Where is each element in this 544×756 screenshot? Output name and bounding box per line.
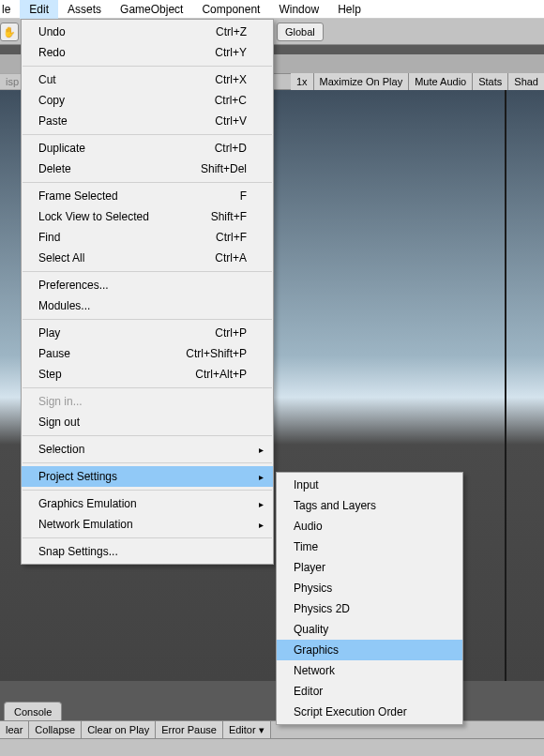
edit-menu-item-step[interactable]: StepCtrl+Alt+P xyxy=(22,364,273,385)
shading-dropdown[interactable]: Shad xyxy=(508,73,544,90)
console-tab[interactable]: Console xyxy=(4,702,62,720)
project-settings-item-time[interactable]: Time xyxy=(277,537,462,557)
edit-menu-item-label: Duplicate xyxy=(38,142,177,155)
edit-menu-item-label: Find xyxy=(38,231,178,244)
edit-menu-item-selection[interactable]: Selection▸ xyxy=(22,439,273,460)
edit-menu-item-separator xyxy=(23,435,272,436)
edit-menu-item-label: Project Settings xyxy=(38,470,247,483)
project-settings-item-script-execution-order[interactable]: Script Execution Order xyxy=(277,702,462,722)
edit-menu-item-modules[interactable]: Modules... xyxy=(22,295,273,316)
project-settings-item-player[interactable]: Player xyxy=(277,557,462,578)
edit-menu-item-separator xyxy=(23,490,272,491)
menubar-item-gameobject[interactable]: GameObject xyxy=(111,0,192,19)
menubar-item-component[interactable]: Component xyxy=(192,0,269,19)
menubar-item-help[interactable]: Help xyxy=(328,0,370,19)
gizmo-global-toggle[interactable]: Global xyxy=(277,23,324,41)
edit-menu-item-select-all[interactable]: Select AllCtrl+A xyxy=(22,248,273,268)
project-settings-item-quality[interactable]: Quality xyxy=(277,619,462,640)
project-settings-item-label: Player xyxy=(294,561,436,574)
mute-audio-button[interactable]: Mute Audio xyxy=(409,73,473,90)
edit-menu-item-shortcut: Ctrl+A xyxy=(215,251,247,265)
edit-menu-item-duplicate[interactable]: DuplicateCtrl+D xyxy=(22,138,273,159)
project-settings-item-physics-2d[interactable]: Physics 2D xyxy=(277,598,462,619)
project-settings-item-label: Tags and Layers xyxy=(294,499,436,512)
edit-menu-item-label: Graphics Emulation xyxy=(38,497,247,510)
edit-menu-item-separator xyxy=(23,134,272,135)
project-settings-item-editor[interactable]: Editor xyxy=(277,681,462,702)
maximize-on-play-button[interactable]: Maximize On Play xyxy=(314,73,410,90)
viewport-divider[interactable] xyxy=(505,90,506,681)
edit-menu-item-shortcut: Ctrl+C xyxy=(215,94,247,107)
console-btn-error-pause[interactable]: Error Pause xyxy=(156,721,223,738)
edit-menu-item-sign-out[interactable]: Sign out xyxy=(22,412,273,432)
edit-menu-item-copy[interactable]: CopyCtrl+C xyxy=(22,90,273,111)
edit-menu-item-find[interactable]: FindCtrl+F xyxy=(22,227,273,248)
submenu-arrow-icon: ▸ xyxy=(259,472,264,482)
edit-menu-item-undo[interactable]: UndoCtrl+Z xyxy=(22,22,273,42)
edit-menu-item-label: Preferences... xyxy=(38,279,247,292)
edit-menu-item-paste[interactable]: PasteCtrl+V xyxy=(22,111,273,131)
submenu-arrow-icon: ▸ xyxy=(259,445,264,455)
project-settings-item-label: Network xyxy=(294,664,436,677)
edit-menu-item-cut[interactable]: CutCtrl+X xyxy=(22,69,273,90)
console-btn-lear[interactable]: lear xyxy=(0,721,29,738)
edit-menu-item-shortcut: F xyxy=(240,189,247,203)
edit-menu-item-label: Step xyxy=(38,368,158,381)
edit-menu-item-shortcut: Ctrl+Y xyxy=(215,46,247,59)
edit-menu-item-label: Snap Settings... xyxy=(38,545,247,558)
edit-menu-item-separator xyxy=(23,537,272,538)
project-settings-item-label: Input xyxy=(294,478,436,491)
edit-menu-item-network-emulation[interactable]: Network Emulation▸ xyxy=(22,514,273,535)
project-settings-item-graphics[interactable]: Graphics xyxy=(277,640,462,660)
edit-menu-item-sign-in: Sign in... xyxy=(22,391,273,412)
edit-menu-item-separator xyxy=(23,182,272,183)
edit-menu-item-label: Delete xyxy=(38,162,163,175)
edit-menu-item-shortcut: Ctrl+F xyxy=(216,231,247,244)
edit-menu-item-shortcut: Ctrl+Shift+P xyxy=(186,347,247,360)
edit-menu-item-label: Network Emulation xyxy=(38,518,247,531)
edit-menu-item-shortcut: Ctrl+X xyxy=(215,73,247,86)
console-btn-clear-on-play[interactable]: Clear on Play xyxy=(82,721,156,738)
edit-menu-item-snap-settings[interactable]: Snap Settings... xyxy=(22,541,273,562)
edit-menu-item-shortcut: Shift+Del xyxy=(201,162,247,175)
edit-menu-item-label: Cut xyxy=(38,73,177,86)
edit-menu-item-shortcut: Ctrl+V xyxy=(215,114,247,128)
edit-menu: UndoCtrl+ZRedoCtrl+YCutCtrl+XCopyCtrl+CP… xyxy=(21,19,274,565)
edit-menu-item-project-settings[interactable]: Project Settings▸ xyxy=(22,466,273,487)
tool-hand-icon[interactable]: ✋ xyxy=(0,23,19,41)
edit-menu-item-frame-selected[interactable]: Frame SelectedF xyxy=(22,186,273,206)
edit-menu-item-delete[interactable]: DeleteShift+Del xyxy=(22,159,273,179)
edit-menu-item-lock-view-to-selected[interactable]: Lock View to SelectedShift+F xyxy=(22,206,273,227)
stats-button[interactable]: Stats xyxy=(473,73,508,90)
edit-menu-item-play[interactable]: PlayCtrl+P xyxy=(22,323,273,343)
project-settings-item-label: Physics xyxy=(294,582,436,595)
project-settings-submenu: InputTags and LayersAudioTimePlayerPhysi… xyxy=(276,472,463,725)
edit-menu-item-preferences[interactable]: Preferences... xyxy=(22,275,273,295)
edit-menu-item-separator xyxy=(23,271,272,272)
project-settings-item-network[interactable]: Network xyxy=(277,660,462,681)
edit-menu-item-label: Pause xyxy=(38,347,148,360)
menubar-item-le[interactable]: le xyxy=(0,0,20,19)
edit-menu-item-redo[interactable]: RedoCtrl+Y xyxy=(22,42,273,63)
submenu-arrow-icon: ▸ xyxy=(259,499,264,509)
project-settings-item-input[interactable]: Input xyxy=(277,475,462,495)
status-bar xyxy=(0,739,544,756)
edit-menu-item-label: Selection xyxy=(38,443,247,456)
edit-menu-item-pause[interactable]: PauseCtrl+Shift+P xyxy=(22,343,273,364)
edit-menu-item-separator xyxy=(23,319,272,320)
edit-menu-item-separator xyxy=(23,387,272,388)
edit-menu-item-label: Copy xyxy=(38,94,177,107)
project-settings-item-physics[interactable]: Physics xyxy=(277,578,462,598)
edit-menu-item-shortcut: Shift+F xyxy=(211,210,247,223)
project-settings-item-audio[interactable]: Audio xyxy=(277,516,462,537)
edit-menu-item-graphics-emulation[interactable]: Graphics Emulation▸ xyxy=(22,493,273,514)
project-settings-item-tags-and-layers[interactable]: Tags and Layers xyxy=(277,495,462,516)
edit-menu-item-shortcut: Ctrl+P xyxy=(215,326,247,340)
console-btn-collapse[interactable]: Collapse xyxy=(29,721,82,738)
menubar-item-window[interactable]: Window xyxy=(269,0,328,19)
edit-menu-item-label: Sign out xyxy=(38,416,247,429)
menubar-item-edit[interactable]: Edit xyxy=(20,0,58,19)
menubar-item-assets[interactable]: Assets xyxy=(58,0,111,19)
project-settings-item-label: Script Execution Order xyxy=(294,705,436,718)
console-btn-editor[interactable]: Editor ▾ xyxy=(223,721,271,738)
